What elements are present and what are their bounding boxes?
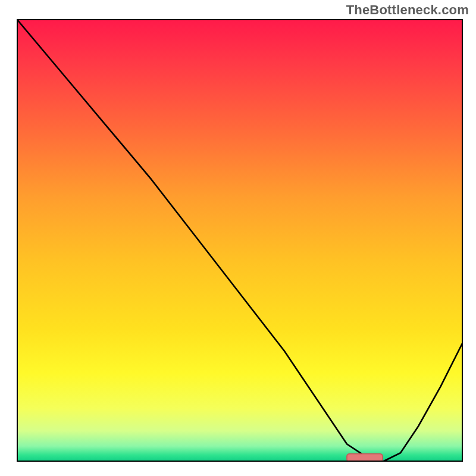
- bottleneck-curve: [17, 19, 463, 462]
- optimal-marker: [347, 454, 383, 462]
- chart-container: TheBottleneck.com: [0, 0, 476, 476]
- watermark-text: TheBottleneck.com: [346, 2, 469, 18]
- curve-layer: [17, 19, 463, 462]
- plot-area: [17, 19, 463, 462]
